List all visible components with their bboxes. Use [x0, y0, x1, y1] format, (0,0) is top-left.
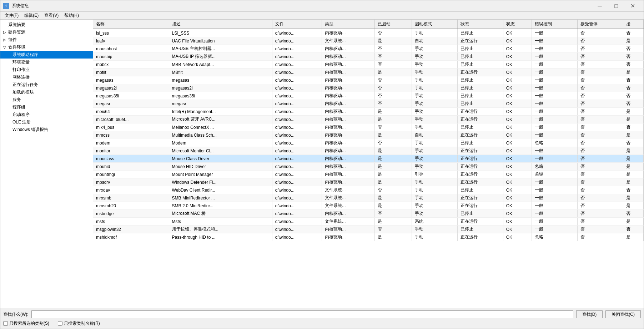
table-cell: 一般: [532, 178, 578, 186]
table-cell: 否: [623, 186, 643, 194]
sidebar-item-summary[interactable]: 系统摘要: [0, 21, 93, 29]
table-cell: OK: [503, 139, 532, 147]
table-row[interactable]: modemModemc:\windo...内核驱动...否手动已停止OK忽略否否: [93, 139, 644, 147]
table-cell: 否: [578, 202, 623, 210]
table-cell: OK: [503, 218, 532, 226]
table-row[interactable]: mbfiltMBfiltc:\windo...内核驱动...是手动正在运行OK一…: [93, 69, 644, 76]
table-row[interactable]: meix64Intel(R) Management...c:\windo...内…: [93, 108, 644, 116]
table-cell: 内核驱动...: [322, 84, 375, 92]
table-row[interactable]: mouhidMouse HID Driverc:\windo...内核驱动...…: [93, 163, 644, 171]
checkbox-category-input[interactable]: [58, 321, 62, 326]
table-row[interactable]: megasrmegasrc:\windo...内核驱动...否手动已停止OK一般…: [93, 100, 644, 108]
sidebar-item-program-groups[interactable]: 程序组: [0, 103, 93, 111]
table-row[interactable]: mpsdrvWindows Defender Fi...c:\windo...内…: [93, 178, 644, 186]
table-cell: 手动: [412, 194, 458, 202]
table-row[interactable]: mshidkmdfPass-through HID to ...c:\windo…: [93, 233, 644, 241]
table-row[interactable]: mountmgrMount Point Managerc:\windo...内核…: [93, 171, 644, 178]
table-cell: OK: [503, 61, 532, 69]
table-cell: OK: [503, 29, 532, 37]
sidebar-item-ole[interactable]: OLE 注册: [0, 118, 93, 126]
table-cell: 系统: [412, 218, 458, 226]
table-cell: OK: [503, 131, 532, 139]
table-cell: 是: [623, 194, 643, 202]
table-cell: 正在运行: [457, 147, 503, 155]
table-cell: 已停止: [457, 76, 503, 84]
table-cell: 否: [623, 45, 643, 53]
table-container[interactable]: 名称 描述 文件 类型 已启动 启动模式 状态 状态 错误控制 接受暂停 接: [93, 20, 644, 308]
table-row[interactable]: mmcssMultimedia Class Sch...c:\windo...内…: [93, 131, 644, 139]
table-row[interactable]: mouclassMouse Class Driverc:\windo...内核驱…: [93, 155, 644, 163]
table-row[interactable]: msbridgeMicrosoft MAC 桥c:\windo...内核驱动..…: [93, 210, 644, 218]
maximize-button[interactable]: □: [608, 0, 624, 12]
table-cell: mbfilt: [93, 69, 169, 76]
table-cell: 手动: [412, 233, 458, 241]
table-cell: 自动: [412, 131, 458, 139]
sidebar-item-components[interactable]: ▷ 组件: [0, 36, 93, 44]
close-button[interactable]: ✕: [624, 0, 641, 12]
table-cell: 一般: [532, 53, 578, 61]
table-row[interactable]: mausbipMA-USB IP 筛选器驱...c:\windo...内核驱动.…: [93, 53, 644, 61]
sidebar-item-error-report[interactable]: Windows 错误报告: [0, 126, 93, 133]
table-row[interactable]: megasas2imegasas2ic:\windo...内核驱动...否手动已…: [93, 84, 644, 92]
table-row[interactable]: msfsMsfsc:\windo...文件系统...是系统正在运行OK一般否是: [93, 218, 644, 226]
table-cell: mouclass: [93, 155, 169, 163]
table-row[interactable]: mrxsmbSMB MiniRedirector ...c:\windo...文…: [93, 194, 644, 202]
menu-view[interactable]: 查看(V): [41, 12, 61, 19]
table-cell: 否: [374, 76, 412, 84]
checkbox-selected-category[interactable]: 只搜索所选的类别(S): [3, 320, 49, 327]
sidebar-item-drivers[interactable]: 系统驱动程序: [0, 51, 93, 59]
menu-help[interactable]: 帮助(H): [61, 12, 82, 19]
sidebar-item-services[interactable]: 服务: [0, 96, 93, 103]
table-row[interactable]: microsoft_bluet...Microsoft 蓝牙 AVRC...c:…: [93, 116, 644, 123]
sidebar-item-hardware[interactable]: ▷ 硬件资源: [0, 29, 93, 36]
checkbox-selected-input[interactable]: [3, 321, 8, 326]
sidebar-item-loaded-modules[interactable]: 加载的模块: [0, 88, 93, 96]
table-cell: 正在运行: [457, 218, 503, 226]
sidebar-item-env-vars[interactable]: 环境变量: [0, 59, 93, 66]
bottom-bar: 查找什么(W): 查找(D) 关闭查找(C) 只搜索所选的类别(S) 只搜索类别…: [0, 308, 644, 329]
menu-file[interactable]: 文件(F): [2, 12, 21, 19]
table-cell: 是: [623, 147, 643, 155]
table-cell: 一般: [532, 61, 578, 69]
sidebar-item-startup[interactable]: 启动程序: [0, 111, 93, 118]
table-cell: monitor: [93, 147, 169, 155]
sidebar-item-network[interactable]: 网络连接: [0, 74, 93, 81]
table-cell: modem: [93, 139, 169, 147]
col-started: 已启动: [374, 20, 412, 29]
table-cell: 否: [623, 61, 643, 69]
table-row[interactable]: megasasmegasasc:\windo...内核驱动...否手动已停止OK…: [93, 76, 644, 84]
table-row[interactable]: lsi_sssLSI_SSSc:\windo...内核驱动...否手动已停止OK…: [93, 29, 644, 37]
table-cell: 否: [578, 178, 623, 186]
find-button[interactable]: 查找(D): [576, 310, 603, 318]
search-input[interactable]: [31, 310, 573, 318]
table-cell: 一般: [532, 131, 578, 139]
table-cell: 已停止: [457, 100, 503, 108]
table-row[interactable]: monitorMicrosoft Monitor Cl...c:\windo..…: [93, 147, 644, 155]
table-cell: 否: [374, 45, 412, 53]
table-cell: 否: [374, 100, 412, 108]
table-cell: 是: [374, 171, 412, 178]
menu-edit[interactable]: 编辑(E): [21, 12, 41, 19]
table-cell: c:\windo...: [272, 76, 322, 84]
close-find-button[interactable]: 关闭查找(C): [605, 310, 641, 318]
table-row[interactable]: mbbcxMBB Network Adapt...c:\windo...内核驱动…: [93, 61, 644, 69]
table-cell: 内核驱动...: [322, 178, 375, 186]
sidebar-item-running-tasks[interactable]: 正在运行任务: [0, 81, 93, 88]
table-cell: 内核驱动...: [322, 29, 375, 37]
table-row[interactable]: mlx4_busMellanox ConnectX ...c:\windo...…: [93, 123, 644, 131]
table-cell: 内核驱动...: [322, 100, 375, 108]
minimize-button[interactable]: ─: [592, 0, 608, 12]
table-row[interactable]: mausbhostMA-USB 主机控制器...c:\windo...内核驱动.…: [93, 45, 644, 53]
table-row[interactable]: mrxdavWebDav Client Redir...c:\windo...文…: [93, 186, 644, 194]
table-row[interactable]: msgpiowin32用于按钮、停靠模式和...c:\windo...内核驱动.…: [93, 226, 644, 233]
sidebar-item-print-jobs[interactable]: 打印作业: [0, 66, 93, 74]
table-cell: msgpiowin32: [93, 226, 169, 233]
checkbox-category-name[interactable]: 只搜索类别名称(R): [58, 320, 100, 327]
table-cell: 内核驱动...: [322, 147, 375, 155]
table-cell: 已停止: [457, 123, 503, 131]
table-row[interactable]: mrxsmb20SMB 2.0 MiniRedirc...c:\windo...…: [93, 202, 644, 210]
table-row[interactable]: megasas35imegasas35ic:\windo...内核驱动...否手…: [93, 92, 644, 100]
sidebar-item-software[interactable]: ▽ 软件环境: [0, 44, 93, 51]
table-row[interactable]: luafvUAC File Virtualizationc:\windo...文…: [93, 37, 644, 45]
table-cell: OK: [503, 45, 532, 53]
